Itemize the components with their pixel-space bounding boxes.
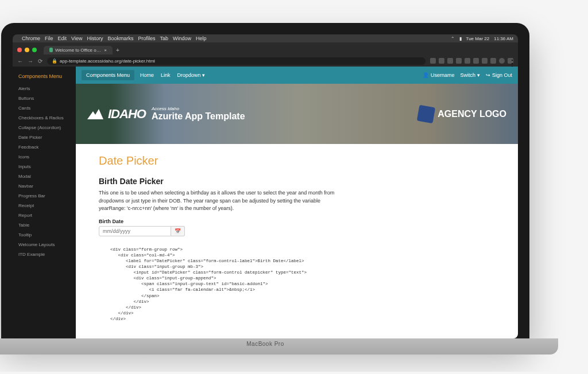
page-title: Date Picker — [99, 154, 495, 167]
menubar-item[interactable]: Help — [196, 36, 207, 41]
top-navbar: Components Menu Home Link Dropdown ▾ 👤Us… — [76, 67, 518, 84]
sign-out-icon: ↪ — [486, 72, 490, 78]
sidebar-item-collapse[interactable]: Collapse (Accordion) — [13, 123, 76, 133]
sign-out-link[interactable]: ↪Sign Out — [486, 72, 512, 78]
new-tab-button[interactable]: + — [116, 47, 119, 53]
reload-button[interactable]: ⟳ — [38, 58, 42, 64]
hero-banner: IDAHO Access Idaho Azurite App Template … — [76, 84, 518, 144]
chevron-down-icon: ▾ — [202, 72, 205, 78]
sidebar-item-modal[interactable]: Modal — [13, 172, 76, 181]
extension-icon[interactable] — [473, 58, 479, 64]
sidebar-item-alerts[interactable]: Alerts — [13, 84, 76, 94]
sidebar-item-tooltip[interactable]: Tooltip — [13, 230, 76, 240]
menubar-app[interactable]: Chrome — [22, 36, 40, 41]
sidebar-item-checkboxes[interactable]: Checkboxes & Radios — [13, 113, 76, 123]
agency-logo: AGENCY LOGO — [418, 106, 506, 122]
sidebar-item-inputs[interactable]: Inputs — [13, 162, 76, 172]
sidebar-item-feedback[interactable]: Feedback — [13, 142, 76, 152]
section-title: Birth Date Picker — [99, 177, 495, 186]
birth-date-label: Birth Date — [99, 219, 495, 224]
extension-icon[interactable] — [439, 58, 444, 64]
kebab-menu-icon[interactable]: ⋮ — [508, 58, 513, 64]
extension-icon[interactable] — [482, 58, 488, 64]
tab-close-icon[interactable]: × — [104, 48, 107, 53]
hero-title: Azurite App Template — [152, 111, 245, 122]
browser-tab[interactable]: Welcome to Office of the Gov... × — [44, 46, 113, 54]
user-icon: 👤 — [423, 72, 429, 78]
switch-dropdown[interactable]: Switch ▾ — [460, 72, 480, 78]
code-sample: <div class="form-group row"> <div class=… — [110, 247, 495, 322]
date-text[interactable]: Tue Mar 22 — [466, 36, 490, 41]
url-text: app-template.accessidaho.org/date-picker… — [60, 59, 155, 64]
tab-title: Welcome to Office of the Gov... — [55, 48, 102, 53]
idaho-mountain-icon — [87, 109, 103, 119]
window-close-icon[interactable] — [17, 48, 22, 52]
chrome-tab-strip: Welcome to Office of the Gov... × + — [13, 42, 518, 55]
sidebar-item-icons[interactable]: Icons — [13, 152, 76, 162]
lock-icon: 🔒 — [52, 59, 57, 64]
sidebar-item-cards[interactable]: Cards — [13, 103, 76, 113]
sidebar-item-table[interactable]: Table — [13, 220, 76, 230]
page-content: Date Picker Birth Date Picker This one i… — [76, 144, 518, 338]
menubar-item[interactable]: History — [87, 36, 103, 41]
birth-date-input[interactable] — [99, 226, 171, 236]
forward-button[interactable]: → — [28, 58, 33, 64]
extension-icon[interactable] — [490, 58, 496, 64]
calendar-icon: 📅 — [175, 228, 181, 234]
sidebar-item-navbar[interactable]: Navbar — [13, 181, 76, 191]
hero-subtitle: Access Idaho — [152, 106, 245, 111]
extension-icon[interactable] — [447, 58, 453, 64]
nav-link-link[interactable]: Link — [161, 72, 171, 78]
menubar-item[interactable]: Profiles — [138, 36, 155, 41]
window-minimize-icon[interactable] — [25, 48, 29, 52]
section-description: This one is to be used when selecting a … — [99, 189, 340, 213]
back-button[interactable]: ← — [17, 58, 23, 64]
tab-favicon-icon — [49, 48, 53, 52]
nav-link-dropdown[interactable]: Dropdown ▾ — [177, 72, 206, 78]
wifi-icon[interactable]: ⌃ — [451, 36, 455, 41]
address-bar[interactable]: 🔒 app-template.accessidaho.org/date-pick… — [47, 57, 425, 65]
laptop-label: MacBook Pro — [0, 338, 558, 347]
extension-icon[interactable] — [456, 58, 462, 64]
sidebar-item-itd[interactable]: ITD Example — [13, 250, 76, 259]
nav-link-home[interactable]: Home — [140, 72, 154, 78]
menubar-item[interactable]: Window — [173, 36, 191, 41]
menubar-item[interactable]: Bookmarks — [107, 36, 133, 41]
menubar-item[interactable]: Tab — [160, 36, 168, 41]
menubar-item[interactable]: File — [45, 36, 53, 41]
sidebar-item-progress[interactable]: Progress Bar — [13, 191, 76, 201]
menubar-item[interactable]: Edit — [58, 36, 67, 41]
username-link[interactable]: 👤Username — [423, 72, 455, 78]
menubar-item[interactable]: View — [71, 36, 82, 41]
window-maximize-icon[interactable] — [32, 48, 37, 52]
components-menu-button[interactable]: Components Menu — [82, 70, 134, 80]
sidebar-item-report[interactable]: Report — [13, 211, 76, 220]
left-sidebar: Components Menu Alerts Buttons Cards Che… — [13, 67, 76, 338]
sidebar-item-buttons[interactable]: Buttons — [13, 94, 76, 103]
svg-marker-0 — [87, 109, 103, 119]
browser-toolbar: ← → ⟳ 🔒 app-template.accessidaho.org/dat… — [13, 55, 518, 67]
extension-icon[interactable] — [430, 58, 436, 64]
extension-icon[interactable] — [465, 58, 470, 64]
mac-menubar: Chrome File Edit View History Bookmarks … — [13, 34, 518, 42]
time-text[interactable]: 11:36 AM — [494, 36, 513, 41]
sidebar-item-date-picker[interactable]: Date Picker — [13, 133, 76, 142]
idaho-logo-text: IDAHO — [108, 107, 146, 122]
profile-avatar-icon[interactable] — [499, 58, 505, 64]
sidebar-item-welcome[interactable]: Welcome Layouts — [13, 240, 76, 250]
chevron-down-icon: ▾ — [477, 72, 480, 78]
sidebar-title: Components Menu — [13, 71, 76, 84]
battery-icon[interactable]: ▮ — [459, 36, 462, 41]
calendar-addon[interactable]: 📅 — [171, 226, 185, 236]
sidebar-item-receipt[interactable]: Receipt — [13, 201, 76, 211]
agency-seal-icon — [417, 104, 435, 123]
